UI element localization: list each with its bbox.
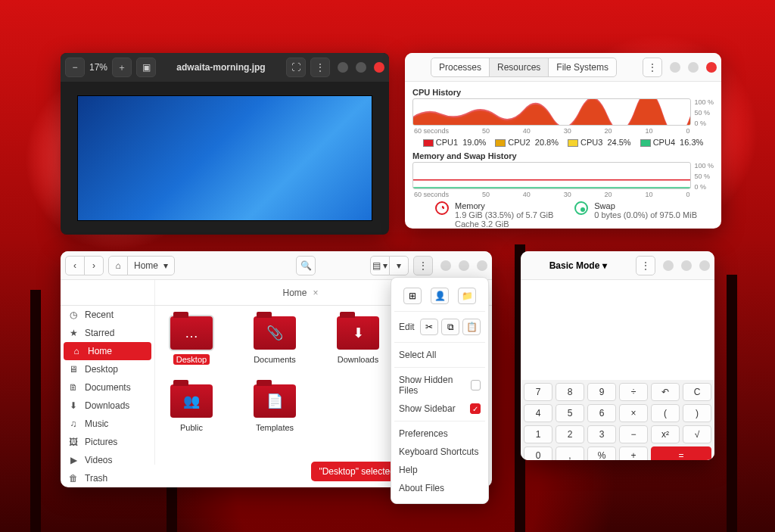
sidebar-item-documents[interactable]: 🗎Documents <box>61 378 154 397</box>
help-item[interactable]: Help <box>397 461 482 479</box>
close-button[interactable] <box>699 260 710 271</box>
view-toggle-button[interactable]: ▤ ▾ <box>370 256 390 275</box>
folder-documents[interactable]: 📎Documents <box>246 316 303 365</box>
key-3[interactable]: 3 <box>587 425 616 443</box>
sidebar-item-recent[interactable]: ◷Recent <box>61 306 154 324</box>
sidebar-item-desktop[interactable]: 🖥Desktop <box>61 360 154 378</box>
cut-button[interactable]: ✂ <box>420 319 438 335</box>
key-5[interactable]: 5 <box>556 404 584 422</box>
sidebar-item-trash[interactable]: 🗑Trash <box>61 469 154 487</box>
about-files-item[interactable]: About Files <box>397 479 482 497</box>
maximize-button[interactable] <box>681 260 692 271</box>
key-÷[interactable]: ÷ <box>619 383 648 401</box>
folder-templates[interactable]: 📄Templates <box>246 384 303 433</box>
key-6[interactable]: 6 <box>587 404 616 422</box>
swap-label: Swap <box>594 201 697 210</box>
key-2[interactable]: 2 <box>556 425 584 443</box>
key-8[interactable]: 8 <box>556 383 584 401</box>
mem-x-axis: 60 seconds 50 40 30 20 10 0 <box>412 191 691 198</box>
hamburger-menu-button[interactable]: ⋮ <box>413 256 433 275</box>
hamburger-menu-button[interactable]: ⋮ <box>636 256 655 275</box>
key-%[interactable]: % <box>587 446 616 460</box>
key-0[interactable]: 0 <box>524 446 552 460</box>
key-−[interactable]: − <box>619 425 648 443</box>
sidebar-item-downloads[interactable]: ⬇Downloads <box>61 397 154 415</box>
folder-icon: 📄 <box>254 384 296 418</box>
zoom-fit-button[interactable]: ▣ <box>136 58 156 77</box>
sidebar-item-home[interactable]: ⌂Home <box>64 342 151 360</box>
tree-trunk <box>727 275 737 532</box>
minimize-button[interactable] <box>670 62 680 73</box>
key-↶[interactable]: ↶ <box>651 383 680 401</box>
minimize-button[interactable] <box>338 62 348 73</box>
folder-icon: ⬇ <box>337 316 379 350</box>
folder-icon: 📎 <box>254 316 296 350</box>
key-4[interactable]: 4 <box>524 404 552 422</box>
new-folder-button[interactable]: 📁 <box>458 288 476 304</box>
show-sidebar-checkbox[interactable]: ✓ <box>470 403 481 414</box>
sidebar-item-music[interactable]: ♫Music <box>61 415 154 433</box>
path-segment[interactable]: Home ▾ <box>127 256 175 275</box>
select-all-item[interactable]: Select All <box>397 346 482 364</box>
folder-desktop[interactable]: …Desktop <box>163 316 220 365</box>
tab-close-icon[interactable]: × <box>313 288 319 298</box>
minimize-button[interactable] <box>440 260 451 271</box>
edit-label: Edit <box>399 322 415 332</box>
path-home-icon[interactable]: ⌂ <box>108 256 128 275</box>
sidebar-item-label: Trash <box>85 473 107 484</box>
copy-button[interactable]: ⧉ <box>441 319 459 335</box>
system-monitor-window: ProcessesResourcesFile Systems ⋮ CPU His… <box>405 53 721 229</box>
sidebar-item-pictures[interactable]: 🖼Pictures <box>61 433 154 451</box>
maximize-button[interactable] <box>688 62 699 73</box>
y-tick: 50 % <box>694 109 714 117</box>
key-C[interactable]: C <box>683 383 711 401</box>
new-tab-button[interactable]: 👤 <box>431 288 449 304</box>
key-,[interactable]: , <box>556 446 584 460</box>
sidebar-item-starred[interactable]: ★Starred <box>61 324 154 342</box>
zoom-in-button[interactable]: ＋ <box>112 58 132 77</box>
key-([interactable]: ( <box>651 404 680 422</box>
maximize-button[interactable] <box>356 62 366 73</box>
folder-public[interactable]: 👥Public <box>163 384 220 433</box>
minimize-button[interactable] <box>663 260 674 271</box>
maximize-button[interactable] <box>459 260 469 271</box>
back-button[interactable]: ‹ <box>65 256 85 275</box>
key-7[interactable]: 7 <box>524 383 552 401</box>
sidebar-icon: 🖥 <box>68 364 79 375</box>
new-window-button[interactable]: ⊞ <box>403 288 422 304</box>
tab-file-systems[interactable]: File Systems <box>548 58 617 77</box>
key-=[interactable]: = <box>651 446 711 460</box>
key-9[interactable]: 9 <box>587 383 616 401</box>
calculator-header: Basic Mode▾ ⋮ <box>521 251 714 280</box>
cpu-history-chart <box>412 98 691 126</box>
show-sidebar-item[interactable]: Show Sidebar ✓ <box>397 400 482 418</box>
key-x²[interactable]: x² <box>651 425 680 443</box>
close-button[interactable] <box>374 62 384 73</box>
key-√[interactable]: √ <box>683 425 711 443</box>
calculator-mode-selector[interactable]: Basic Mode▾ <box>549 260 608 271</box>
zoom-out-button[interactable]: − <box>65 58 85 77</box>
show-hidden-files-item[interactable]: Show Hidden Files <box>397 371 482 400</box>
tab-resources[interactable]: Resources <box>489 58 549 77</box>
sidebar-item-videos[interactable]: ▶Videos <box>61 451 154 469</box>
close-button[interactable] <box>706 62 717 73</box>
paste-button[interactable]: 📋 <box>462 319 481 335</box>
forward-button[interactable]: › <box>84 256 104 275</box>
keyboard-shortcuts-item[interactable]: Keyboard Shortcuts <box>397 443 482 461</box>
key-×[interactable]: × <box>619 404 648 422</box>
hidden-files-checkbox[interactable] <box>471 380 481 390</box>
fullscreen-button[interactable]: ⛶ <box>286 58 306 77</box>
tab-processes[interactable]: Processes <box>431 58 490 77</box>
hamburger-menu-button[interactable]: ⋮ <box>310 58 330 77</box>
key-)[interactable]: ) <box>683 404 711 422</box>
folder-icon: 👥 <box>170 384 213 418</box>
search-button[interactable]: 🔍 <box>296 256 316 275</box>
view-options-button[interactable]: ▾ <box>389 256 409 275</box>
folder-downloads[interactable]: ⬇Downloads <box>329 316 387 365</box>
key-1[interactable]: 1 <box>524 425 552 443</box>
preferences-item[interactable]: Preferences <box>397 425 482 443</box>
hamburger-menu-button[interactable]: ⋮ <box>643 58 662 77</box>
key-+[interactable]: + <box>619 446 648 460</box>
calculator-display[interactable] <box>521 280 714 380</box>
close-button[interactable] <box>477 260 487 271</box>
